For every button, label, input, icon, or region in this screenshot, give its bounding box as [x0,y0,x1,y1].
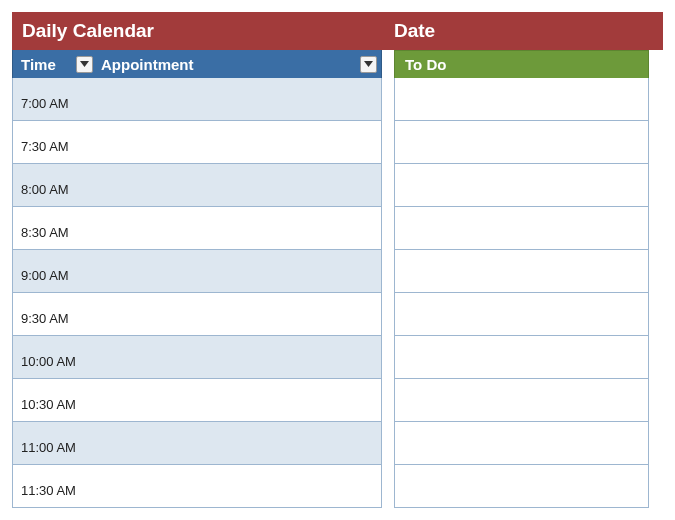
appointment-cell[interactable] [95,465,381,507]
chevron-down-icon [364,61,373,67]
time-row[interactable]: 10:30 AM [13,379,381,422]
time-row[interactable]: 9:30 AM [13,293,381,336]
todo-row[interactable] [395,78,648,121]
calendar-column: Time Appointment 7:00 AM 7:30 AM 8:00 AM… [12,50,382,508]
appointment-cell[interactable] [95,121,381,163]
body-area: Time Appointment 7:00 AM 7:30 AM 8:00 AM… [12,50,663,508]
appointment-header-label: Appointment [101,56,193,73]
appointment-cell[interactable] [95,250,381,292]
time-cell: 10:30 AM [13,379,95,421]
time-row[interactable]: 7:30 AM [13,121,381,164]
header-title-left: Daily Calendar [12,20,382,42]
time-row[interactable]: 8:30 AM [13,207,381,250]
time-cell: 11:00 AM [13,422,95,464]
time-cell: 8:00 AM [13,164,95,206]
todo-header-label: To Do [405,56,446,73]
time-cell: 9:00 AM [13,250,95,292]
time-cell: 7:00 AM [13,78,95,120]
appointment-filter-dropdown[interactable] [360,56,377,73]
todo-header: To Do [394,50,649,78]
time-cell: 11:30 AM [13,465,95,507]
todo-row[interactable] [395,250,648,293]
todo-row[interactable] [395,164,648,207]
todo-row[interactable] [395,293,648,336]
todo-row[interactable] [395,121,648,164]
appointment-cell[interactable] [95,78,381,120]
todo-row[interactable] [395,422,648,465]
time-rows: 7:00 AM 7:30 AM 8:00 AM 8:30 AM 9:00 AM … [12,78,382,508]
appointment-cell[interactable] [95,164,381,206]
header-band: Daily Calendar Date [12,12,663,50]
time-cell: 8:30 AM [13,207,95,249]
todo-row[interactable] [395,379,648,422]
time-cell: 10:00 AM [13,336,95,378]
todo-column: To Do [394,50,649,508]
todo-rows [394,78,649,508]
todo-row[interactable] [395,207,648,250]
time-row[interactable]: 8:00 AM [13,164,381,207]
time-row[interactable]: 11:00 AM [13,422,381,465]
appointment-cell[interactable] [95,379,381,421]
time-row[interactable]: 9:00 AM [13,250,381,293]
time-row[interactable]: 10:00 AM [13,336,381,379]
time-row[interactable]: 7:00 AM [13,78,381,121]
time-filter-dropdown[interactable] [76,56,93,73]
time-column-header: Time [13,56,95,73]
todo-row[interactable] [395,465,648,508]
todo-row[interactable] [395,336,648,379]
appointment-cell[interactable] [95,207,381,249]
time-cell: 7:30 AM [13,121,95,163]
time-cell: 9:30 AM [13,293,95,335]
calendar-container: Daily Calendar Date Time Appointment [0,0,675,520]
time-header-label: Time [21,56,56,73]
calendar-header-row: Time Appointment [12,50,382,78]
appointment-column-header: Appointment [95,56,381,73]
chevron-down-icon [80,61,89,67]
appointment-cell[interactable] [95,422,381,464]
appointment-cell[interactable] [95,293,381,335]
time-row[interactable]: 11:30 AM [13,465,381,508]
header-title-right: Date [382,20,435,42]
appointment-cell[interactable] [95,336,381,378]
